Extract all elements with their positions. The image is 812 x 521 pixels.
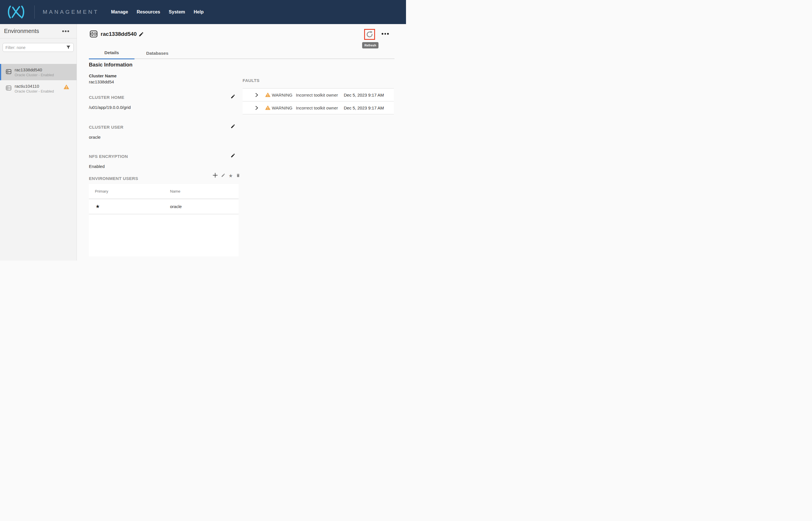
environment-users-table: Primary Name ★ oracle [89,184,239,256]
edit-cluster-user-button[interactable] [231,124,235,130]
top-nav: MANAGEMENT Manage Resources System Help [0,0,406,24]
main-content: rac1338dd540 Refresh Details Databases B… [77,24,406,260]
more-actions-button[interactable] [381,33,389,35]
environment-list: rac1338dd540 Oracle Cluster - Enabled ra… [0,64,76,96]
page-title: rac1338dd540 [101,31,137,37]
filter-icon[interactable] [66,45,71,50]
fault-row[interactable]: WARNING Incorrect toolkit owner Dec 5, 2… [243,101,394,114]
add-user-button[interactable] [213,173,218,179]
nfs-encryption-value: Enabled [89,164,105,169]
brand-label: MANAGEMENT [43,9,99,15]
tab-details[interactable]: Details [89,47,134,59]
trash-icon [236,173,240,179]
fault-date: Dec 5, 2023 9:17 AM [344,93,384,97]
environment-list-item-ractiu104110[interactable]: ractiu104110 Oracle Cluster - Enabled [0,80,76,96]
fault-title: Incorrect toolkit owner [296,93,338,97]
cluster-home-value: /u01/app/19.0.0.0/grid [89,105,131,110]
pencil-icon [231,95,235,100]
edit-title-button[interactable] [138,31,144,38]
warning-icon [64,85,69,91]
environment-users-toolbar: ★ [213,173,240,179]
kebab-dot [62,30,64,32]
cluster-name-value: rac1338dd54 [89,80,114,84]
chevron-right-icon [255,94,259,98]
faults-list: WARNING Incorrect toolkit owner Dec 5, 2… [243,88,394,114]
environment-list-item-rac1338dd540[interactable]: rac1338dd540 Oracle Cluster - Enabled [0,64,76,80]
user-name-cell: oracle [170,204,182,209]
nav-menu: Manage Resources System Help [111,9,203,15]
environment-name: rac1338dd540 [15,67,54,72]
sidebar-title: Environments [4,28,39,35]
delete-user-button[interactable] [236,173,240,179]
cluster-name-label: Cluster Name [89,73,117,78]
pencil-icon [221,173,225,178]
environment-icon [6,69,12,75]
expand-fault-button[interactable] [255,93,259,98]
warning-icon [265,106,270,111]
warning-icon [265,93,270,98]
pencil-icon [231,155,235,159]
nav-item-manage[interactable]: Manage [111,9,128,15]
edit-cluster-home-button[interactable] [231,94,235,100]
cluster-user-value: oracle [89,135,101,140]
column-header-primary: Primary [95,189,170,194]
basic-information-heading: Basic Information [89,62,132,68]
kebab-dot [65,30,67,32]
pencil-icon [138,33,144,38]
nav-item-help[interactable]: Help [194,9,204,15]
fault-date: Dec 5, 2023 9:17 AM [344,106,384,110]
cluster-user-label: CLUSTER USER [89,124,123,130]
fault-title: Incorrect toolkit owner [296,106,338,110]
filter-box [3,43,74,52]
refresh-button[interactable] [364,29,375,40]
chevron-right-icon [255,107,259,111]
fault-severity: WARNING [272,93,292,97]
cluster-home-label: CLUSTER HOME [89,95,125,100]
edit-nfs-encryption-button[interactable] [231,153,235,159]
pencil-icon [231,125,235,130]
delphix-logo-icon [7,5,25,19]
nav-item-resources[interactable]: Resources [137,9,160,15]
fault-row[interactable]: WARNING Incorrect toolkit owner Dec 5, 2… [243,89,394,101]
environments-sidebar: Environments rac1338dd5 [0,24,77,260]
tab-databases[interactable]: Databases [134,47,180,59]
faults-heading: FAULTS [243,78,260,83]
column-header-name: Name [170,189,180,194]
environment-name: ractiu104110 [15,84,54,89]
kebab-dot [387,33,389,35]
filter-input[interactable] [5,45,66,50]
expand-fault-button[interactable] [255,106,259,111]
nfs-encryption-label: NFS ENCRYPTION [89,154,128,159]
primary-star-icon: ★ [95,204,170,209]
sidebar-actions-button[interactable] [62,30,69,32]
fault-severity: WARNING [272,106,292,110]
environment-icon [6,85,12,92]
refresh-tooltip: Refresh [362,42,378,48]
kebab-dot [385,33,386,35]
set-primary-user-button[interactable]: ★ [228,173,233,178]
environment-users-heading: ENVIRONMENT USERS [89,176,138,181]
environment-status: Oracle Cluster - Enabled [15,73,54,77]
table-row[interactable]: ★ oracle [89,199,239,214]
refresh-icon [366,30,373,39]
star-icon: ★ [228,173,233,178]
sidebar-header: Environments [0,24,76,39]
edit-user-button[interactable] [221,173,225,178]
cluster-icon [89,30,98,39]
nav-item-system[interactable]: System [169,9,185,15]
environment-status: Oracle Cluster - Enabled [15,89,54,93]
kebab-dot [67,30,69,32]
kebab-dot [381,33,383,35]
users-table-header: Primary Name [89,184,239,199]
plus-icon [213,173,218,179]
